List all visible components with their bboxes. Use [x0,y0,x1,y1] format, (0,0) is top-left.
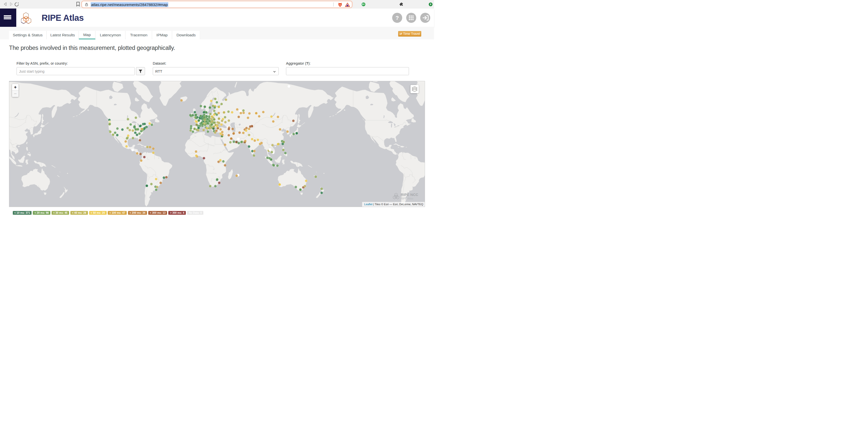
svg-text:?: ? [396,15,399,21]
